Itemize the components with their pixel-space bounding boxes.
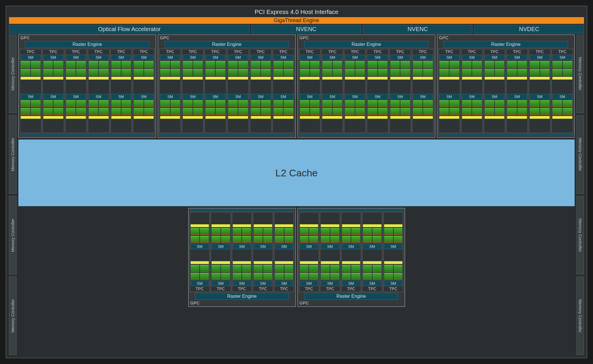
tensor-rt-core (300, 77, 320, 80)
sm-label: SM (300, 94, 320, 99)
sm-block: SM (228, 94, 248, 132)
tpc-block: TPCSMSM (232, 212, 252, 292)
sm-label: SM (384, 281, 403, 286)
cuda-core-row (439, 61, 459, 68)
cuda-core-cluster (472, 100, 482, 107)
sm-label: SM (342, 244, 361, 249)
cuda-core-row (228, 69, 248, 76)
cuda-core-row (160, 100, 180, 107)
cuda-core-row (530, 100, 550, 107)
tensor-rt-core (228, 77, 248, 80)
tpc-label: TPC (183, 50, 203, 54)
tensor-rt-core (43, 116, 63, 119)
cuda-core-cluster (134, 69, 143, 76)
gpc-block: GPCRaster EngineTPCSMSMTPCSMSMTPCSMSMTPC… (188, 208, 296, 307)
nvdec-block: NVDEC (474, 25, 584, 33)
tensor-rt-core (300, 224, 318, 227)
cuda-core-row (233, 273, 251, 280)
cuda-core-row (160, 108, 180, 115)
cuda-core-row (275, 273, 293, 280)
cuda-core-cluster (485, 100, 494, 107)
cuda-core-cluster (121, 61, 131, 68)
cuda-core-cluster (31, 108, 40, 115)
cuda-core-row (363, 228, 381, 235)
sm-block: SM (384, 213, 403, 249)
cuda-core-row (205, 69, 225, 76)
cuda-core-cluster (384, 265, 393, 272)
tensor-rt-core (89, 77, 109, 80)
tpc-block: TPCSMSM (389, 49, 411, 133)
cuda-core-row (251, 69, 271, 76)
cuda-core-row (21, 61, 41, 68)
cuda-core-row (552, 108, 572, 115)
cuda-core-cluster (242, 236, 251, 243)
cuda-core-row (321, 228, 339, 235)
cuda-core-row (300, 61, 320, 68)
tensor-rt-core (275, 261, 293, 264)
tensor-rt-core (363, 224, 381, 227)
cuda-core-cluster (76, 61, 86, 68)
cuda-core-cluster (261, 108, 270, 115)
cuda-core-cluster (171, 100, 180, 107)
cuda-core-cluster (472, 108, 482, 115)
cuda-core-cluster (238, 100, 248, 107)
cuda-core-cluster (212, 273, 221, 280)
sm-label: SM (212, 281, 230, 286)
tpc-label: TPC (251, 50, 271, 54)
cuda-core-row (66, 100, 86, 107)
sm-label: SM (552, 55, 572, 60)
cuda-core-cluster (160, 61, 170, 68)
cuda-core-cluster (251, 69, 260, 76)
tensor-rt-core (134, 77, 154, 80)
sm-block: SM (462, 94, 482, 132)
cuda-core-cluster (183, 108, 192, 115)
cuda-core-cluster (284, 228, 293, 235)
tensor-rt-core (183, 116, 203, 119)
tensor-rt-core (322, 116, 342, 119)
gpc-label: GPC (159, 35, 294, 40)
cuda-core-cluster (400, 108, 410, 115)
cuda-core-row (21, 69, 41, 76)
cuda-core-cluster (507, 108, 517, 115)
main-layout: Memory ControllerMemory ControllerMemory… (9, 35, 584, 355)
cuda-core-cluster (449, 61, 459, 68)
cuda-core-cluster (284, 236, 293, 243)
cuda-core-row (191, 236, 209, 243)
tensor-rt-core (345, 116, 365, 119)
tpc-block: TPCSMSM (412, 49, 434, 133)
gpc-label: GPC (299, 301, 404, 305)
cuda-core-row (111, 61, 131, 68)
sm-block: SM (462, 55, 482, 93)
gpc-block: GPCRaster EngineTPCSMSMTPCSMSMTPCSMSMTPC… (298, 35, 435, 138)
sm-label: SM (212, 244, 230, 249)
cuda-core-cluster (390, 69, 400, 76)
tpc-label: TPC (530, 50, 550, 54)
cuda-core-cluster (423, 69, 433, 76)
cuda-core-cluster (263, 228, 272, 235)
cuda-core-row (300, 273, 318, 280)
cuda-core-cluster (449, 108, 459, 115)
tpc-label: TPC (160, 50, 180, 54)
cuda-core-cluster (254, 228, 263, 235)
cuda-core-cluster (228, 61, 238, 68)
sm-block: SM (66, 94, 86, 132)
cuda-core-row (552, 69, 572, 76)
cuda-core-row (275, 265, 293, 272)
cuda-core-cluster (517, 108, 527, 115)
cuda-core-row (300, 69, 320, 76)
sm-block: SM (233, 250, 251, 286)
cuda-core-cluster (134, 108, 143, 115)
sm-block: SM (228, 55, 248, 93)
raster-engine: Raster Engine (444, 41, 568, 48)
sm-label: SM (363, 281, 381, 286)
cuda-core-cluster (552, 61, 562, 68)
cuda-core-cluster (66, 108, 76, 115)
cuda-core-cluster (216, 61, 225, 68)
cuda-core-cluster (563, 108, 572, 115)
cuda-core-cluster (413, 100, 422, 107)
sm-label: SM (21, 94, 41, 99)
cuda-core-cluster (378, 61, 388, 68)
memory-controller-col-right: Memory ControllerMemory ControllerMemory… (576, 35, 584, 355)
cuda-core-row (368, 69, 388, 76)
tensor-rt-core (111, 116, 131, 119)
